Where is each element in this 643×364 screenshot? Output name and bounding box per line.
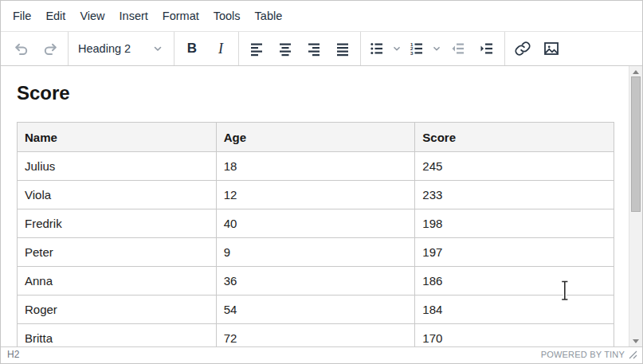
table-cell[interactable]: 233 [415,181,614,209]
table-cell[interactable]: Fredrik [18,209,217,238]
table-cell[interactable]: 36 [216,267,415,296]
table-cell[interactable]: 197 [415,238,614,267]
bullet-list-icon [367,39,386,58]
menu-item-edit[interactable]: Edit [38,6,73,25]
table-cell[interactable]: 72 [216,324,415,347]
menu-item-format[interactable]: Format [155,6,206,25]
toolbar-separator [504,32,505,65]
link-icon [514,40,531,57]
link-button[interactable] [509,35,536,62]
table-cell[interactable]: Britta [18,324,217,347]
scrollbar-thumb[interactable] [631,76,641,212]
table-row: Julius18245 [18,152,614,181]
italic-button[interactable]: I [207,35,234,62]
history-group [8,32,64,65]
align-center-button[interactable] [272,35,299,62]
menu-item-view[interactable]: View [73,6,112,25]
image-button[interactable] [538,35,565,62]
table-cell[interactable]: Roger [18,296,217,324]
justify-icon [333,39,352,58]
resize-grip-icon[interactable] [629,350,637,359]
table-cell[interactable]: 186 [415,267,614,296]
insert-group [509,32,565,65]
content-area: Score NameAgeScore Julius18245Viola12233… [1,66,642,346]
table-cell[interactable]: Anna [18,267,217,296]
editor-content[interactable]: Score NameAgeScore Julius18245Viola12233… [1,66,629,346]
table-cell[interactable]: 12 [216,181,415,209]
toolbar: Heading 2 B I [1,32,642,66]
align-center-icon [276,39,295,58]
format-select-value: Heading 2 [78,42,131,55]
column-header[interactable]: Age [216,123,415,152]
table-row: Peter9197 [18,238,614,267]
justify-button[interactable] [329,35,356,62]
format-group: Heading 2 [73,32,170,65]
table-cell[interactable]: Viola [18,181,217,209]
numbered-list-menu-button[interactable] [430,35,443,62]
chevron-down-icon [391,43,402,54]
undo-icon [12,39,31,58]
content-table: NameAgeScore Julius18245Viola12233Fredri… [17,122,614,346]
list-indent-group: 1 2 3 [365,32,500,65]
menubar: FileEditViewInsertFormatToolsTable [1,1,642,32]
bullet-list-button[interactable] [365,35,389,62]
bullet-list-menu-button[interactable] [390,35,403,62]
table-cell[interactable]: 9 [216,238,415,267]
table-cell[interactable]: 54 [216,296,415,324]
toolbar-separator [174,32,174,65]
indent-icon [477,39,496,58]
undo-button[interactable] [8,35,35,62]
chevron-down-icon [431,43,442,54]
table-cell[interactable]: 170 [415,324,614,347]
format-select[interactable]: Heading 2 [73,35,170,62]
table-cell[interactable]: Julius [18,152,217,181]
numbered-list-icon: 1 2 3 [407,39,426,58]
table-cell[interactable]: 18 [216,152,415,181]
menu-item-table[interactable]: Table [248,6,290,25]
content-heading[interactable]: Score [17,84,629,103]
table-row: Viola12233 [18,181,614,209]
table-row: Roger54184 [18,296,614,324]
table-header-row: NameAgeScore [18,123,614,152]
tinymce-editor: FileEditViewInsertFormatToolsTable Headi… [0,0,643,364]
indent-button[interactable] [473,35,500,62]
column-header[interactable]: Score [415,123,614,152]
numbered-list-button[interactable]: 1 2 3 [405,35,429,62]
menu-item-insert[interactable]: Insert [112,6,155,25]
align-right-icon [304,39,323,58]
triangle-down-icon [633,339,639,343]
triangle-up-icon [633,70,639,74]
menu-item-file[interactable]: File [6,6,38,25]
outdent-button[interactable] [445,35,472,62]
table-row: Fredrik40198 [18,209,614,238]
table-row: Anna36186 [18,267,614,296]
branding-label[interactable]: POWERED BY TINY [541,350,625,359]
bold-button[interactable]: B [178,35,206,62]
chevron-down-icon [151,42,164,55]
toolbar-separator [238,32,239,65]
scroll-down-button[interactable] [629,335,642,346]
vertical-scrollbar[interactable] [629,66,642,346]
redo-icon [41,39,60,58]
align-left-icon [247,39,266,58]
table-cell[interactable]: 40 [216,209,415,238]
align-left-button[interactable] [243,35,270,62]
text-style-group: B I [178,32,234,65]
statusbar: H2 POWERED BY TINY [1,346,642,362]
table-cell[interactable]: 184 [415,296,614,324]
table-cell[interactable]: Peter [18,238,217,267]
table-cell[interactable]: 198 [415,209,614,238]
align-right-button[interactable] [300,35,327,62]
outdent-icon [449,39,468,58]
scroll-up-button[interactable] [629,66,642,77]
toolbar-separator [68,32,69,65]
image-icon [542,39,561,58]
redo-button[interactable] [37,35,64,62]
table-cell[interactable]: 245 [415,152,614,181]
element-path[interactable]: H2 [7,349,19,360]
alignment-group [243,32,356,65]
column-header[interactable]: Name [18,123,217,152]
table-row: Britta72170 [18,324,614,347]
menu-item-tools[interactable]: Tools [206,6,248,25]
svg-text:3: 3 [410,50,414,56]
